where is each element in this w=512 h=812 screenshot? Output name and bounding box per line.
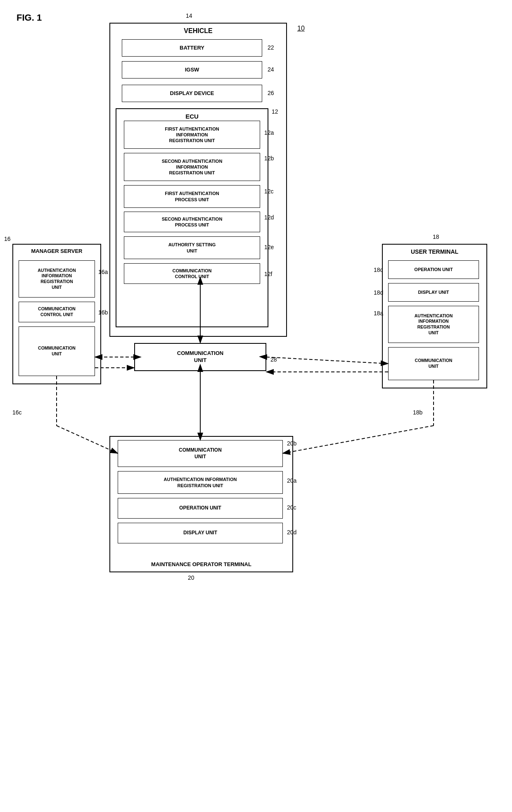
auth-info-reg-maint-label: AUTHENTICATION INFORMATION REGISTRATION … <box>164 476 237 488</box>
ref-12: 12 <box>272 108 278 115</box>
ref-26: 26 <box>268 90 274 96</box>
auth-info-reg-maint-box: AUTHENTICATION INFORMATION REGISTRATION … <box>118 471 283 494</box>
ref-20: 20 <box>188 574 194 581</box>
user-terminal-label: USER TERMINAL <box>411 248 458 255</box>
ref-18c: 18c <box>374 267 383 273</box>
ref-10: 10 <box>297 25 305 32</box>
ref-20c: 20c <box>287 504 296 511</box>
svg-line-4 <box>266 357 388 364</box>
ref-16: 16 <box>4 236 11 242</box>
display-unit-user-box: DISPLAY UNIT <box>388 283 479 302</box>
comm-unit-vehicle-box: COMMUNICATION UNIT <box>134 343 266 371</box>
ref-20d: 20d <box>287 529 296 536</box>
svg-line-9 <box>283 426 434 453</box>
display-device-label: DISPLAY DEVICE <box>170 90 214 97</box>
comm-unit-mgr-box: COMMUNICATION UNIT <box>19 326 95 376</box>
auth-info-reg-user-box: AUTHENTICATION INFORMATION REGISTRATION … <box>388 306 479 343</box>
comm-unit-vehicle-label: COMMUNICATION UNIT <box>177 350 223 364</box>
comm-control-mgr-box: COMMUNICATION CONTROL UNIT <box>19 302 95 322</box>
comm-control-ecu-label: COMMUNICATION CONTROL UNIT <box>172 268 211 280</box>
fig-label: FIG. 1 <box>17 12 42 23</box>
ref-14: 14 <box>186 12 192 19</box>
auth-info-reg-user-label: AUTHENTICATION INFORMATION REGISTRATION … <box>415 313 453 336</box>
display-unit-maint-label: DISPLAY UNIT <box>183 530 217 536</box>
auth-info-reg-mgr-box: AUTHENTICATION INFORMATION REGISTRATION … <box>19 260 95 298</box>
ref-20b: 20b <box>287 440 296 447</box>
comm-unit-maint-box: COMMUNICATION UNIT <box>118 440 283 467</box>
authority-setting-label: AUTHORITY SETTING UNIT <box>168 242 216 254</box>
first-auth-reg-label: FIRST AUTHENTICATION INFORMATION REGISTR… <box>165 126 219 144</box>
igsw-box: IGSW <box>122 61 262 79</box>
ref-22: 22 <box>268 44 274 51</box>
ref-12a: 12a <box>264 129 274 136</box>
first-auth-proc-box: FIRST AUTHENTICATION PROCESS UNIT <box>124 185 260 208</box>
ref-12f: 12f <box>264 271 272 277</box>
ref-18a: 18a <box>374 310 383 317</box>
diagram: FIG. 1 VEHICLE 14 10 BATTERY 22 IGSW 24 … <box>0 0 512 812</box>
ref-12b: 12b <box>264 155 274 162</box>
battery-box: BATTERY <box>122 39 262 57</box>
ref-18: 18 <box>433 233 439 240</box>
ref-16c: 16c <box>12 409 22 416</box>
comm-control-mgr-label: COMMUNICATION CONTROL UNIT <box>38 306 76 317</box>
ref-18b: 18b <box>413 409 422 416</box>
comm-unit-user-label: COMMUNICATION UNIT <box>415 358 453 369</box>
comm-unit-mgr-label: COMMUNICATION UNIT <box>38 345 76 357</box>
second-auth-proc-box: SECOND AUTHENTICATION PROCESS UNIT <box>124 212 260 232</box>
manager-server-label: MANAGER SERVER <box>31 248 82 255</box>
comm-unit-maint-label: COMMUNICATION UNIT <box>179 447 222 460</box>
ref-18d: 18d <box>374 289 383 296</box>
ref-28: 28 <box>270 356 277 363</box>
operation-unit-maint-label: OPERATION UNIT <box>179 505 221 512</box>
display-unit-user-label: DISPLAY UNIT <box>418 289 449 295</box>
second-auth-reg-label: SECOND AUTHENTICATION INFORMATION REGIST… <box>162 158 223 176</box>
second-auth-reg-box: SECOND AUTHENTICATION INFORMATION REGIST… <box>124 153 260 181</box>
first-auth-reg-box: FIRST AUTHENTICATION INFORMATION REGISTR… <box>124 121 260 149</box>
ref-12e: 12e <box>264 244 274 250</box>
ecu-label: ECU <box>185 112 199 121</box>
battery-label: BATTERY <box>180 45 204 52</box>
display-unit-maint-box: DISPLAY UNIT <box>118 523 283 543</box>
operation-unit-user-box: OPERATION UNIT <box>388 260 479 279</box>
authority-setting-box: AUTHORITY SETTING UNIT <box>124 236 260 259</box>
first-auth-proc-label: FIRST AUTHENTICATION PROCESS UNIT <box>165 190 219 202</box>
igsw-label: IGSW <box>185 67 199 74</box>
comm-control-ecu-box: COMMUNICATION CONTROL UNIT <box>124 263 260 284</box>
second-auth-proc-label: SECOND AUTHENTICATION PROCESS UNIT <box>162 216 223 228</box>
ref-12c: 12c <box>264 188 274 195</box>
operation-unit-user-label: OPERATION UNIT <box>414 267 453 272</box>
vehicle-label: VEHICLE <box>184 27 212 36</box>
ref-24: 24 <box>268 66 274 73</box>
maint-terminal-label: MAINTENANCE OPERATOR TERMINAL <box>151 561 251 568</box>
ref-16a: 16a <box>98 269 108 275</box>
operation-unit-maint-box: OPERATION UNIT <box>118 498 283 519</box>
auth-info-reg-mgr-label: AUTHENTICATION INFORMATION REGISTRATION … <box>38 268 76 291</box>
comm-unit-user-box: COMMUNICATION UNIT <box>388 347 479 380</box>
display-device-box: DISPLAY DEVICE <box>122 85 262 102</box>
ref-16b: 16b <box>98 309 108 316</box>
ref-20a: 20a <box>287 477 296 484</box>
svg-line-7 <box>57 426 118 453</box>
ref-12d: 12d <box>264 214 274 221</box>
